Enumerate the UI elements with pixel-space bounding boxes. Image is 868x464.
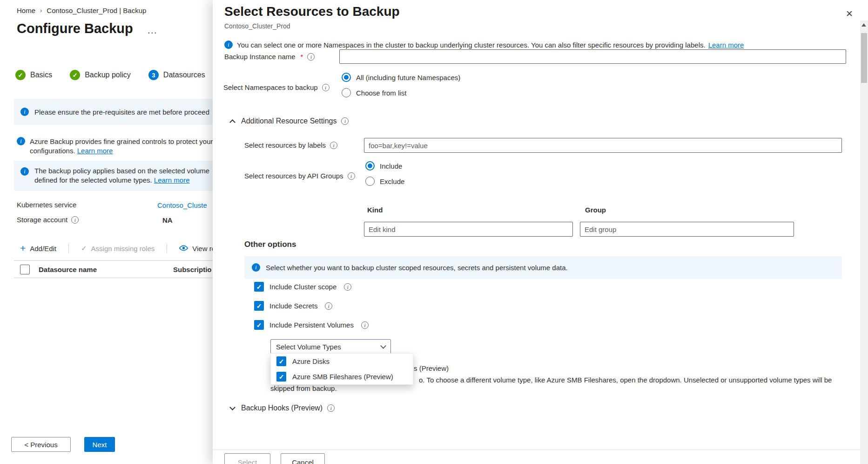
- info-icon[interactable]: i: [344, 283, 351, 291]
- learn-more-link[interactable]: Learn more: [154, 176, 190, 184]
- datasource-toolbar: + Add/Edit ✓ Assign missing roles View r…: [20, 243, 215, 254]
- tab-backup-policy-label: Backup policy: [85, 71, 131, 79]
- next-button[interactable]: Next: [84, 437, 115, 452]
- learn-more-link[interactable]: Learn more: [708, 41, 744, 49]
- info-icon[interactable]: i: [325, 302, 332, 310]
- panel-info-row: i You can select one or more Namespaces …: [224, 41, 744, 49]
- include-persistent-volumes-row[interactable]: ✓ Include Persistent Volumes i: [254, 320, 369, 330]
- chevron-down-icon: [380, 343, 386, 349]
- covered-text-fragment: s (Preview): [414, 364, 449, 372]
- tab-backup-policy[interactable]: ✓ Backup policy: [70, 70, 131, 80]
- edit-kind-input[interactable]: [364, 222, 573, 237]
- learn-more-link[interactable]: Learn more: [77, 147, 113, 155]
- group-column-header: Group: [585, 206, 606, 214]
- checkbox-checked-icon[interactable]: ✓: [254, 282, 264, 292]
- scroll-up-icon[interactable]: [861, 23, 866, 27]
- breadcrumb-separator-icon: ›: [40, 7, 42, 14]
- radio-unselected-icon[interactable]: [365, 177, 375, 186]
- select-all-checkbox[interactable]: [20, 265, 30, 274]
- breadcrumb-current[interactable]: Contoso_Cluster_Prod | Backup: [47, 7, 146, 14]
- checkbox-checked-icon[interactable]: ✓: [254, 301, 264, 311]
- namespace-option-all[interactable]: All (including future Namespaces): [342, 73, 460, 82]
- volume-option-azure-disks[interactable]: ✓ Azure Disks: [271, 354, 413, 369]
- other-options-header: Other options: [244, 240, 296, 249]
- backup-instance-name-input[interactable]: [339, 49, 846, 64]
- info-icon[interactable]: i: [341, 117, 349, 125]
- info-icon[interactable]: i: [327, 404, 335, 412]
- include-cluster-scope-label: Include Cluster scope: [269, 283, 336, 291]
- view-resources-button[interactable]: View re: [179, 245, 215, 252]
- checkbox-checked-icon[interactable]: ✓: [276, 356, 286, 366]
- info-icon: i: [252, 263, 260, 272]
- radio-selected-icon[interactable]: [342, 73, 351, 82]
- namespace-option-choose-label: Choose from list: [356, 89, 406, 97]
- close-icon[interactable]: ✕: [846, 8, 853, 19]
- select-resources-by-labels-label: Select resources by labels: [244, 141, 326, 149]
- select-button[interactable]: Select: [224, 453, 270, 464]
- tab-basics[interactable]: ✓ Basics: [15, 70, 52, 80]
- check-icon: ✓: [15, 70, 26, 80]
- select-resources-panel: Select Resources to Backup Contoso_Clust…: [213, 0, 868, 464]
- additional-resource-settings-toggle[interactable]: Additional Resource Settings i: [230, 117, 349, 125]
- scrollbar-thumb[interactable]: [861, 33, 867, 83]
- more-menu-icon[interactable]: …: [147, 24, 158, 36]
- volume-option-azure-smb[interactable]: ✓ Azure SMB Fileshares (Preview): [271, 369, 413, 384]
- plus-icon: +: [20, 244, 26, 252]
- cancel-button[interactable]: Cancel: [281, 453, 325, 464]
- backup-policy-banner-line1: The backup policy applies based on the s…: [34, 166, 209, 176]
- previous-button[interactable]: < Previous: [11, 437, 71, 452]
- include-cluster-scope-row[interactable]: ✓ Include Cluster scope i: [254, 282, 351, 292]
- panel-title: Select Resources to Backup: [224, 4, 400, 19]
- namespace-option-all-label: All (including future Namespaces): [356, 74, 460, 82]
- assign-missing-roles-button[interactable]: ✓ Assign missing roles: [81, 244, 155, 252]
- backup-policy-banner-line2: defined for the selected volume types.: [34, 176, 152, 184]
- namespace-option-choose[interactable]: Choose from list: [342, 88, 406, 97]
- column-datasource-name: Datasource name: [39, 266, 97, 273]
- assign-missing-roles-label: Assign missing roles: [91, 245, 155, 252]
- column-subscription: Subscriptio: [173, 266, 212, 273]
- info-icon[interactable]: i: [322, 84, 330, 91]
- labels-input[interactable]: [364, 138, 842, 153]
- backup-hooks-toggle[interactable]: Backup Hooks (Preview) i: [230, 404, 335, 412]
- radio-unselected-icon[interactable]: [342, 88, 351, 97]
- checkbox-checked-icon[interactable]: ✓: [276, 372, 286, 382]
- api-groups-exclude-option[interactable]: Exclude: [365, 177, 404, 186]
- info-icon: i: [20, 108, 29, 116]
- checkbox-checked-icon[interactable]: ✓: [254, 320, 264, 330]
- page-title: Configure Backup: [17, 21, 133, 36]
- info-icon[interactable]: i: [71, 216, 79, 224]
- panel-info-text: You can select one or more Namespaces in…: [237, 41, 706, 49]
- include-secrets-row[interactable]: ✓ Include Secrets i: [254, 301, 332, 311]
- edit-group-input[interactable]: [580, 222, 794, 237]
- eye-icon: [179, 245, 188, 252]
- kubernetes-service-value[interactable]: Contoso_Cluste: [157, 201, 207, 209]
- fine-grained-info-line1: Azure Backup provides fine grained contr…: [30, 137, 213, 146]
- prerequisites-banner: i Please ensure the pre-requisites are m…: [14, 99, 213, 125]
- breadcrumb-home[interactable]: Home: [17, 7, 35, 14]
- storage-account-label: Storage account: [17, 216, 67, 224]
- info-icon[interactable]: i: [330, 142, 337, 149]
- chevron-down-icon: [229, 404, 236, 410]
- info-icon[interactable]: i: [348, 172, 355, 180]
- radio-selected-icon[interactable]: [365, 161, 375, 171]
- info-icon[interactable]: i: [361, 321, 369, 329]
- step-number-icon: 3: [148, 70, 159, 80]
- volume-types-dropdown[interactable]: Select Volume Types: [270, 339, 391, 354]
- breadcrumb: Home › Contoso_Cluster_Prod | Backup: [17, 7, 146, 14]
- info-icon[interactable]: i: [307, 53, 315, 61]
- prerequisites-banner-text: Please ensure the pre-requisites are met…: [34, 108, 209, 116]
- backup-policy-banner: i The backup policy applies based on the…: [14, 161, 213, 191]
- required-asterisk: *: [301, 53, 303, 61]
- info-icon: i: [17, 137, 25, 145]
- panel-scrollbar[interactable]: [860, 20, 868, 464]
- check-icon: ✓: [81, 244, 87, 252]
- info-icon: i: [20, 167, 29, 176]
- check-icon: ✓: [70, 70, 80, 80]
- volume-types-dropdown-value: Select Volume Types: [276, 343, 341, 351]
- api-groups-include-option[interactable]: Include: [365, 161, 402, 171]
- api-groups-exclude-label: Exclude: [380, 177, 404, 185]
- add-edit-button[interactable]: + Add/Edit: [20, 244, 56, 252]
- tab-datasources[interactable]: 3 Datasources: [148, 70, 205, 80]
- other-options-banner: i Select whether you want to backup clus…: [244, 256, 842, 279]
- api-groups-include-label: Include: [380, 162, 402, 170]
